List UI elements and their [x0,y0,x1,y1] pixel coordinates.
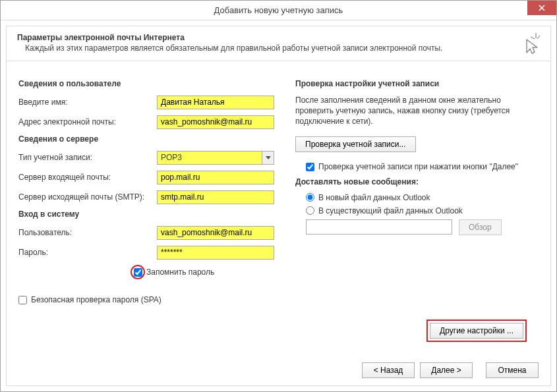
spa-row: Безопасная проверка пароля (SPA) [18,295,274,304]
radio-new-file-label: В новый файл данных Outlook [318,193,430,202]
account-type-label: Тип учетной записи: [18,153,157,162]
left-column: Сведения о пользователе Введите имя: Адр… [18,75,274,349]
remember-password-checkbox[interactable] [134,268,142,277]
section-deliver: Доставлять новые сообщения: [295,177,539,186]
svg-line-3 [531,37,535,39]
panel-header: Параметры электронной почты Интернета Ка… [7,26,550,61]
incoming-server-input[interactable] [157,171,274,184]
radio-existing-file[interactable] [306,206,314,215]
content-area: Параметры электронной почты Интернета Ка… [1,20,556,391]
outgoing-server-input[interactable] [157,190,274,204]
auto-test-checkbox[interactable] [306,163,314,171]
svg-line-4 [537,36,540,39]
radio-existing-file-label: В существующий файл данных Outlook [318,206,463,215]
incoming-server-label: Сервер входящей почты: [18,173,157,182]
panel-heading: Параметры электронной почты Интернета [17,33,540,42]
panel-subheading: Каждый из этих параметров является обяза… [25,43,540,53]
next-button[interactable]: Далее > [420,362,473,378]
more-settings-highlight: Другие настройки ... [426,320,527,342]
auto-test-label: Проверка учетной записи при нажатии кноп… [318,161,518,172]
username-input[interactable] [157,226,274,240]
name-input[interactable] [157,96,274,109]
titlebar: Добавить новую учетную запись [1,1,556,20]
section-login: Вход в систему [18,210,274,219]
dialog-footer: < Назад Далее > Отмена [7,355,550,385]
delivery-radio-group: В новый файл данных Outlook В существующ… [295,193,539,235]
section-test-settings: Проверка настройки учетной записи [295,79,539,88]
window-title: Добавить новую учетную запись [214,5,343,15]
password-label: Пароль: [18,248,157,257]
spa-label: Безопасная проверка пароля (SPA) [31,295,161,304]
email-label: Адрес электронной почты: [18,117,157,126]
dropdown-button[interactable] [262,152,274,164]
inner-panel: Параметры электронной почты Интернета Ка… [6,26,551,386]
section-server-info: Сведения о сервере [18,134,274,144]
data-file-path-input[interactable] [306,219,452,235]
close-button[interactable] [527,1,556,15]
close-icon [539,5,545,11]
back-button[interactable]: < Назад [362,362,415,378]
radio-new-file[interactable] [306,193,314,202]
dialog-window: Добавить новую учетную запись Параметры … [0,0,557,392]
body-area: Сведения о пользователе Введите имя: Адр… [7,66,550,355]
more-settings-button[interactable]: Другие настройки ... [430,323,523,339]
cursor-icon [517,32,541,55]
account-type-select[interactable]: POP3 [157,151,274,165]
right-column: Проверка настройки учетной записи После … [295,75,539,349]
outgoing-server-label: Сервер исходящей почты (SMTP): [18,192,157,202]
remember-password-label: Запомнить пароль [146,267,214,277]
browse-button: Обзор [459,219,502,235]
cancel-button[interactable]: Отмена [486,362,539,378]
test-account-button[interactable]: Проверка учетной записи... [295,136,416,152]
username-label: Пользователь: [18,228,157,237]
auto-test-row: Проверка учетной записи при нажатии кноп… [306,161,539,172]
section-user-info: Сведения о пользователе [18,79,274,88]
account-type-value: POP3 [161,153,182,162]
spa-checkbox[interactable] [18,296,27,304]
highlight-circle [131,265,145,279]
email-input[interactable] [157,115,274,129]
password-input[interactable] [157,246,274,260]
name-label: Введите имя: [18,98,157,107]
chevron-down-icon [266,156,271,159]
remember-password-row: Запомнить пароль [131,265,274,279]
test-info-text: После заполнения сведений в данном окне … [295,95,539,127]
